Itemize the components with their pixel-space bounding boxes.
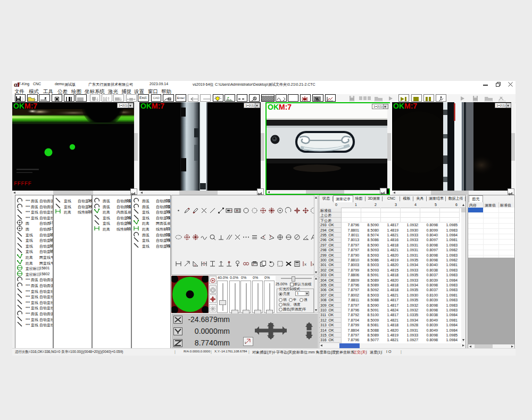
svg-text:x: x [304, 262, 306, 267]
svg-text:α: α [14, 81, 18, 88]
svg-text:FFFFF: FFFFF [14, 180, 31, 187]
